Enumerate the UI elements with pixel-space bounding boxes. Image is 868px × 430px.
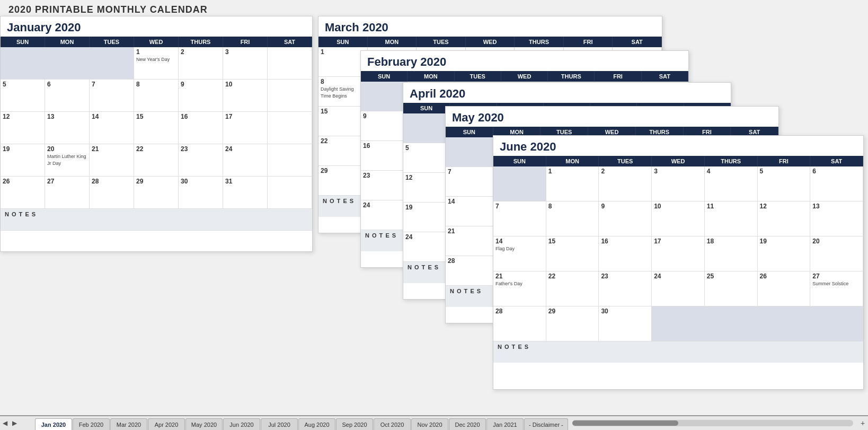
june-title: June 2020 <box>493 136 863 156</box>
calendar-january: January 2020 SUN MON TUES WED THURS FRI … <box>0 16 313 252</box>
tab-jan-2021[interactable]: Jan 2021 <box>486 418 524 430</box>
table-row: 12 13 14 15 16 17 <box>1 112 312 144</box>
tab-mar-2020[interactable]: Mar 2020 <box>110 418 147 430</box>
table-row: 1 2 3 4 5 6 <box>493 166 863 201</box>
june-notes: N O T E S <box>493 341 863 363</box>
table-row: 19 20Martin Luther King Jr Day 21 22 23 … <box>1 144 312 177</box>
april-title: April 2020 <box>403 83 731 103</box>
table-row: 5 6 7 8 9 10 <box>1 80 312 112</box>
add-sheet-button[interactable]: + <box>857 418 868 428</box>
tab-oct-2020[interactable]: Oct 2020 <box>374 418 411 430</box>
january-notes-space <box>1 230 312 251</box>
tab-may-2020[interactable]: May 2020 <box>185 418 223 430</box>
table-row: 14Flag Day 15 16 17 18 19 20 <box>493 236 863 271</box>
tab-jan-2020[interactable]: Jan 2020 <box>35 418 72 430</box>
tabs-list: Jan 2020 Feb 2020 Mar 2020 Apr 2020 May … <box>19 416 568 430</box>
tab-prev-button[interactable]: ◀ <box>0 418 10 428</box>
january-notes: N O T E S <box>1 209 312 230</box>
tab-feb-2020[interactable]: Feb 2020 <box>73 418 110 430</box>
february-header: SUN MON TUES WED THURS FRI SAT <box>361 71 688 82</box>
main-container: 2020 PRINTABLE MONTHLY CALENDAR January … <box>0 0 868 430</box>
tab-disclaimer[interactable]: - Disclaimer - <box>524 418 568 430</box>
tab-apr-2020[interactable]: Apr 2020 <box>148 418 185 430</box>
march-title: March 2020 <box>318 16 662 37</box>
june-notes-space <box>493 363 863 389</box>
table-row: 26 27 28 29 30 31 <box>1 177 312 209</box>
march-header: SUN MON TUES WED THURS FRI SAT <box>318 37 662 47</box>
tab-next-button[interactable]: ▶ <box>10 418 19 428</box>
table-row: 1New Year's Day 2 3 <box>1 47 312 80</box>
may-title: May 2020 <box>446 107 778 127</box>
tab-sep-2020[interactable]: Sep 2020 <box>336 418 373 430</box>
tab-dec-2020[interactable]: Dec 2020 <box>449 418 486 430</box>
tab-jun-2020[interactable]: Jun 2020 <box>223 418 260 430</box>
calendar-june: June 2020 SUN MON TUES WED THURS FRI SAT… <box>493 135 864 390</box>
table-row: 21Father's Day 22 23 24 25 26 27Summer S… <box>493 271 863 306</box>
tab-scrollbar-thumb <box>572 420 678 426</box>
table-row: 28 29 30 <box>493 306 863 341</box>
june-header: SUN MON TUES WED THURS FRI SAT <box>493 156 863 166</box>
table-row: 7 8 9 10 11 12 13 <box>493 201 863 236</box>
february-title: February 2020 <box>361 51 688 71</box>
tab-scrollbar[interactable] <box>572 420 853 426</box>
tab-bar: ◀ ▶ Jan 2020 Feb 2020 Mar 2020 Apr 2020 … <box>0 415 868 430</box>
january-title: January 2020 <box>1 16 312 37</box>
tab-nov-2020[interactable]: Nov 2020 <box>411 418 448 430</box>
january-header: SUN MON TUES WED THURS FRI SAT <box>1 37 312 47</box>
tab-jul-2020[interactable]: Jul 2020 <box>261 418 298 430</box>
tab-aug-2020[interactable]: Aug 2020 <box>298 418 335 430</box>
